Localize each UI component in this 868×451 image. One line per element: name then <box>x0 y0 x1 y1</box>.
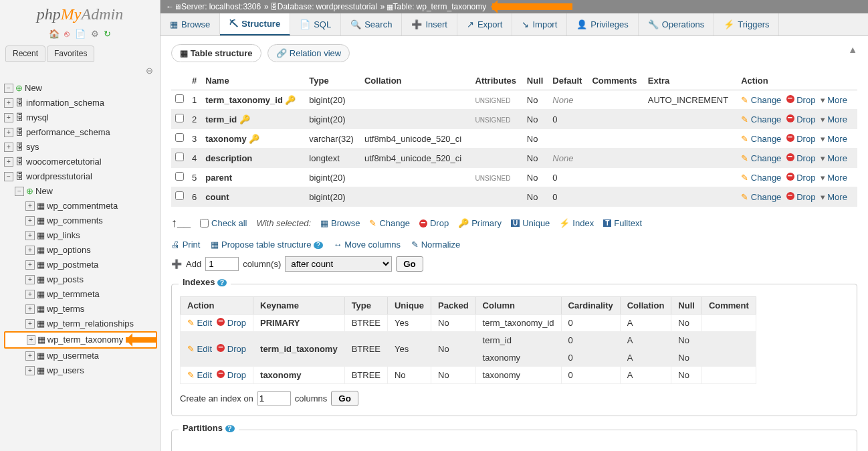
tree-table-wp_term_taxonomy[interactable]: ▦wp_term_taxonomy <box>4 331 157 349</box>
subtab-table-structure[interactable]: ▦ Table structure <box>171 44 261 62</box>
bulk-browse[interactable]: ▦ Browse <box>320 218 360 228</box>
tab-browse[interactable]: ▦Browse <box>160 13 220 35</box>
bulk-change[interactable]: ✎ Change <box>369 218 410 228</box>
tab-export[interactable]: ↗Export <box>457 13 513 35</box>
tab-recent[interactable]: Recent <box>5 46 45 62</box>
tree-db-mysql[interactable]: 🗄mysql <box>4 110 156 125</box>
doc-icon[interactable]: 📄 <box>75 29 86 39</box>
bulk-primary[interactable]: 🔑 Primary <box>458 218 502 228</box>
column-checkbox[interactable] <box>175 133 184 142</box>
tree-table-wp_usermeta[interactable]: ▦wp_usermeta <box>4 349 156 363</box>
exit-icon[interactable]: ⎋ <box>64 29 70 39</box>
change-link[interactable]: ✎ Change <box>741 134 781 144</box>
home-icon[interactable]: 🏠 <box>49 29 60 39</box>
bulk-fulltext[interactable]: T Fulltext <box>603 218 642 228</box>
add-after-select[interactable]: after count <box>285 256 392 272</box>
tree-table-wp_options[interactable]: ▦wp_options <box>4 243 156 258</box>
change-link[interactable]: ✎ Change <box>741 114 781 124</box>
collapse-panel-icon[interactable]: ▲ <box>848 44 857 55</box>
tree-new-db[interactable]: ⊕New <box>4 81 156 96</box>
db-tree: ⊕New 🗄information_schema🗄mysql🗄performan… <box>0 78 160 381</box>
create-index-count[interactable] <box>257 391 291 405</box>
more-link[interactable]: ▾ More <box>821 192 847 202</box>
column-row: 3 taxonomy 🔑 varchar(32) utf8mb4_unicode… <box>171 129 857 149</box>
help-icon[interactable]: ? <box>314 242 323 249</box>
check-all[interactable] <box>200 219 209 228</box>
tree-db-woocomercetutorial[interactable]: 🗄woocomercetutorial <box>4 155 156 169</box>
tree-table-wp_posts[interactable]: ▦wp_posts <box>4 272 156 287</box>
tree-table-wp_postmeta[interactable]: ▦wp_postmeta <box>4 258 156 272</box>
drop-link[interactable]: Drop <box>786 95 816 105</box>
breadcrumb-database[interactable]: wordpresstutorial <box>316 2 376 11</box>
more-link[interactable]: ▾ More <box>821 173 847 183</box>
index-drop[interactable]: Drop <box>217 318 246 328</box>
server-icon: 🖥 <box>174 3 181 11</box>
drop-link[interactable]: Drop <box>786 192 816 202</box>
tree-table-wp_users[interactable]: ▦wp_users <box>4 363 156 378</box>
tree-new-table[interactable]: ⊕New <box>4 184 156 199</box>
more-link[interactable]: ▾ More <box>821 153 847 163</box>
column-checkbox[interactable] <box>175 191 184 200</box>
breadcrumb-server[interactable]: localhost:3306 <box>209 2 261 11</box>
index-edit[interactable]: ✎ Edit <box>187 318 212 328</box>
reload-icon[interactable]: ↻ <box>104 29 111 39</box>
more-link[interactable]: ▾ More <box>821 114 847 124</box>
tab-favorites[interactable]: Favorites <box>47 46 94 62</box>
change-link[interactable]: ✎ Change <box>741 153 781 163</box>
more-link[interactable]: ▾ More <box>821 134 847 144</box>
change-link[interactable]: ✎ Change <box>741 173 781 183</box>
normalize-link[interactable]: ✎ Normalize <box>411 240 460 250</box>
tab-import[interactable]: ↘Import <box>512 13 567 35</box>
drop-link[interactable]: Drop <box>786 134 816 144</box>
breadcrumb-table[interactable]: wp_term_taxonomy <box>417 2 487 11</box>
drop-link[interactable]: Drop <box>786 173 816 183</box>
drop-link[interactable]: Drop <box>786 114 816 124</box>
tab-privileges[interactable]: 👤Privileges <box>567 13 638 35</box>
column-checkbox[interactable] <box>175 172 184 181</box>
change-link[interactable]: ✎ Change <box>741 192 781 202</box>
tree-db-performance_schema[interactable]: 🗄performance_schema <box>4 125 156 140</box>
logo[interactable]: phpMyAdmin <box>0 0 160 26</box>
create-index-go[interactable]: Go <box>331 391 358 406</box>
recent-favorites-tabs: Recent Favorites <box>5 46 154 62</box>
move-columns-link[interactable]: ↔ Move columns <box>334 240 401 250</box>
print-link[interactable]: 🖨 Print <box>171 240 200 250</box>
tab-search[interactable]: 🔍Search <box>341 13 402 35</box>
tree-table-wp_commentmeta[interactable]: ▦wp_commentmeta <box>4 199 156 213</box>
bulk-index[interactable]: ⚡ Index <box>559 218 594 228</box>
tab-structure[interactable]: ⛏Structure <box>220 13 290 35</box>
column-checkbox[interactable] <box>175 114 184 122</box>
tree-table-wp_term_relationships[interactable]: ▦wp_term_relationships <box>4 317 156 331</box>
change-link[interactable]: ✎ Change <box>741 95 781 105</box>
add-go-button[interactable]: Go <box>396 256 423 272</box>
tree-db-wordpresstutorial[interactable]: 🗄wordpresstutorial <box>4 169 156 184</box>
tab-insert[interactable]: ➕Insert <box>402 13 457 35</box>
propose-link[interactable]: ▦ Propose table structure ? <box>211 240 322 250</box>
tree-table-wp_comments[interactable]: ▦wp_comments <box>4 213 156 228</box>
structure-icon: ⛏ <box>229 19 238 29</box>
drop-link[interactable]: Drop <box>786 153 816 163</box>
index-edit[interactable]: ✎ Edit <box>187 344 212 354</box>
index-drop[interactable]: Drop <box>217 370 246 380</box>
tab-triggers[interactable]: ⚡Triggers <box>714 13 779 35</box>
tree-db-sys[interactable]: 🗄sys <box>4 140 156 155</box>
column-checkbox[interactable] <box>175 153 184 161</box>
collapse-all-icon[interactable]: ⊖ <box>146 66 153 76</box>
gear-icon[interactable]: ⚙ <box>91 29 99 39</box>
add-count-input[interactable] <box>205 257 239 271</box>
tab-sql[interactable]: 📄SQL <box>290 13 341 35</box>
tree-table-wp_links[interactable]: ▦wp_links <box>4 228 156 243</box>
tree-db-information_schema[interactable]: 🗄information_schema <box>4 96 156 110</box>
column-checkbox[interactable] <box>175 94 184 103</box>
help-icon[interactable]: ? <box>225 425 235 432</box>
subtab-relation-view[interactable]: 🔗 Relation view <box>267 44 350 62</box>
tree-table-wp_terms[interactable]: ▦wp_terms <box>4 302 156 317</box>
help-icon[interactable]: ? <box>217 279 227 286</box>
tab-operations[interactable]: 🔧Operations <box>639 13 715 35</box>
bulk-unique[interactable]: U Unique <box>511 218 550 228</box>
index-edit[interactable]: ✎ Edit <box>187 370 212 380</box>
tree-table-wp_termmeta[interactable]: ▦wp_termmeta <box>4 287 156 302</box>
more-link[interactable]: ▾ More <box>821 95 847 105</box>
index-drop[interactable]: Drop <box>217 344 246 354</box>
bulk-drop[interactable]: Drop <box>419 218 449 228</box>
